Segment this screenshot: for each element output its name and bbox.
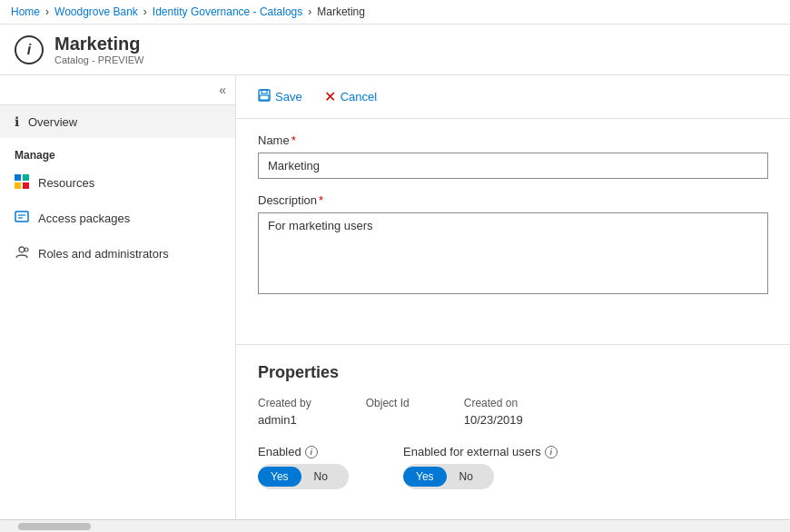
created-by-col: Created by admin1	[258, 397, 311, 427]
sidebar-resources-label: Resources	[38, 176, 94, 190]
toggle-row: Enabled i Yes No Enabled for external us…	[258, 445, 768, 489]
sidebar-item-access-packages[interactable]: Access packages	[0, 201, 235, 236]
created-by-value: admin1	[258, 413, 311, 427]
svg-rect-11	[260, 95, 269, 100]
properties-title: Properties	[258, 363, 768, 382]
save-label: Save	[275, 90, 302, 103]
enabled-no: No	[301, 467, 341, 487]
collapse-button[interactable]: «	[219, 83, 226, 97]
roles-icon	[15, 245, 29, 262]
name-group: Name*	[258, 133, 768, 179]
sidebar-item-overview[interactable]: ℹ Overview	[0, 105, 235, 138]
sidebar-manage-label: Manage	[0, 138, 235, 165]
scrollbar-thumb	[18, 523, 91, 530]
breadcrumb-home[interactable]: Home	[11, 5, 40, 18]
svg-rect-1	[23, 174, 29, 181]
form-area: Name* Description* For marketing users	[236, 119, 790, 326]
sidebar: « ℹ Overview Manage Resources	[0, 75, 236, 532]
external-toggle[interactable]: Yes No	[403, 464, 494, 489]
enabled-toggle-group: Enabled i Yes No	[258, 445, 349, 489]
svg-rect-4	[15, 212, 28, 222]
sidebar-item-resources[interactable]: Resources	[0, 165, 235, 201]
enabled-toggle[interactable]: Yes No	[258, 464, 349, 489]
breadcrumb-current: Marketing	[317, 5, 365, 18]
external-info-icon[interactable]: i	[545, 446, 558, 458]
main-layout: « ℹ Overview Manage Resources	[0, 75, 790, 532]
save-button[interactable]: Save	[254, 85, 306, 108]
external-no: No	[447, 467, 486, 487]
created-on-col: Created on 10/23/2019	[464, 397, 523, 427]
enabled-label-row: Enabled i	[258, 445, 349, 458]
section-divider	[236, 344, 790, 345]
enabled-label: Enabled	[258, 445, 301, 458]
resources-icon	[15, 174, 29, 192]
header-info-icon: i	[15, 35, 44, 64]
page-title: Marketing	[54, 34, 143, 54]
cancel-label: Cancel	[341, 90, 377, 103]
toolbar: Save ✕ Cancel	[236, 75, 790, 119]
breadcrumb-bank[interactable]: Woodgrove Bank	[54, 5, 138, 18]
sidebar-overview-label: Overview	[28, 115, 77, 129]
page-header: i Marketing Catalog - PREVIEW	[0, 25, 790, 75]
created-on-label: Created on	[464, 397, 523, 409]
created-on-value: 10/23/2019	[464, 413, 523, 427]
external-label-row: Enabled for external users i	[403, 445, 558, 458]
enabled-yes: Yes	[258, 467, 301, 487]
name-required: *	[291, 133, 296, 147]
name-input[interactable]	[258, 153, 768, 179]
svg-point-7	[19, 247, 25, 252]
enabled-info-icon[interactable]: i	[305, 446, 318, 458]
external-toggle-group: Enabled for external users i Yes No	[403, 445, 558, 489]
sidebar-access-packages-label: Access packages	[38, 212, 130, 225]
save-icon	[258, 89, 271, 104]
sidebar-roles-label: Roles and administrators	[38, 247, 169, 261]
created-by-label: Created by	[258, 397, 311, 409]
properties-section: Properties Created by admin1 Object Id C…	[236, 363, 790, 507]
overview-icon: ℹ	[15, 114, 19, 129]
main-content: Save ✕ Cancel Name* Description* For mar…	[236, 75, 790, 532]
properties-grid: Created by admin1 Object Id Created on 1…	[258, 397, 768, 427]
access-packages-icon	[15, 210, 29, 227]
object-id-label: Object Id	[366, 397, 410, 409]
description-input[interactable]: For marketing users	[258, 212, 768, 294]
svg-rect-3	[23, 182, 29, 189]
cancel-button[interactable]: ✕ Cancel	[321, 84, 380, 109]
bottom-scrollbar[interactable]	[0, 519, 790, 532]
object-id-col: Object Id	[366, 397, 410, 427]
page-subtitle: Catalog - PREVIEW	[54, 54, 143, 65]
svg-rect-2	[15, 182, 21, 189]
cancel-icon: ✕	[324, 88, 336, 105]
description-required: *	[319, 193, 323, 207]
breadcrumb: Home › Woodgrove Bank › Identity Governa…	[0, 0, 790, 25]
name-label: Name*	[258, 133, 768, 147]
description-label: Description*	[258, 193, 768, 207]
external-label: Enabled for external users	[403, 445, 541, 458]
svg-rect-0	[15, 174, 21, 181]
breadcrumb-governance[interactable]: Identity Governance - Catalogs	[153, 5, 302, 18]
description-group: Description* For marketing users	[258, 193, 768, 297]
sidebar-item-roles[interactable]: Roles and administrators	[0, 236, 235, 271]
sidebar-collapse-row: «	[0, 75, 235, 105]
external-yes: Yes	[403, 467, 447, 487]
